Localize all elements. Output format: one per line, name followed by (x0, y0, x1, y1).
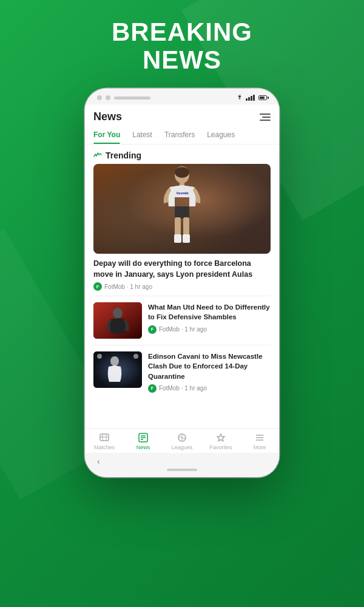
nav-matches[interactable]: Matches (85, 432, 124, 450)
svg-rect-4 (175, 217, 181, 236)
nav-news-label: News (136, 444, 150, 450)
trending-pulse-icon (93, 151, 102, 160)
svg-rect-6 (174, 234, 181, 243)
app-header: News (85, 104, 279, 123)
phone-cameras (97, 95, 150, 100)
featured-image-inner: Hyundai (93, 164, 271, 254)
filter-icon[interactable] (260, 114, 271, 121)
wifi-icon (236, 95, 243, 101)
source-name: FotMob (104, 283, 125, 290)
featured-source-text: FotMob · 1 hr ago (104, 283, 152, 290)
svg-marker-27 (217, 434, 224, 441)
fotmob-logo-2: F (148, 325, 157, 334)
leagues-icon (177, 432, 187, 443)
headline: BREAKING NEWS (112, 18, 252, 74)
bottom-navigation: Matches News Leagues (85, 428, 279, 453)
phone-bottom: ‹ (85, 453, 279, 477)
news-content: Trending (85, 144, 279, 428)
article-thumb-1 (93, 302, 142, 339)
featured-article-title[interactable]: Depay will do everything to force Barcel… (85, 254, 279, 282)
article-source-1: F FotMob · 1 hr ago (148, 325, 271, 334)
nav-more-label: More (254, 444, 266, 450)
article-row-2[interactable]: Edinson Cavani to Miss Newcastle Clash D… (85, 345, 279, 398)
article-thumb-2 (93, 351, 142, 388)
battery-icon (258, 95, 267, 100)
menu-line-3 (260, 120, 271, 121)
svg-rect-5 (183, 217, 189, 236)
status-bar (236, 95, 267, 101)
svg-point-11 (113, 308, 123, 319)
home-indicator[interactable] (167, 469, 197, 471)
source-time: 1 hr ago (130, 283, 152, 290)
trending-section-header: Trending (85, 144, 279, 164)
nav-favorites-label: Favorites (209, 444, 232, 450)
thumb-2-image (93, 351, 142, 388)
article-title-2: Edinson Cavani to Miss Newcastle Clash D… (148, 351, 271, 381)
favorites-icon (215, 432, 226, 443)
matches-icon (99, 432, 110, 443)
featured-source-line: F FotMob · 1 hr ago (85, 282, 279, 296)
tab-for-you[interactable]: For You (93, 128, 126, 144)
thumb-1-image (93, 302, 142, 339)
article-info-1: What Man Utd Need to Do Differently to F… (148, 302, 271, 333)
tab-leagues[interactable]: Leagues (201, 128, 241, 144)
tab-transfers[interactable]: Transfers (158, 128, 201, 144)
nav-more[interactable]: More (240, 432, 279, 450)
article-source-text-1: FotMob · 1 hr ago (159, 326, 207, 333)
nav-favorites[interactable]: Favorites (201, 432, 240, 450)
headline-line2: NEWS (112, 46, 252, 74)
app-screen: News For You Latest Transfers Leagues Tr… (85, 104, 279, 453)
tab-bar: For You Latest Transfers Leagues (85, 123, 279, 144)
headline-line1: BREAKING (112, 18, 252, 46)
featured-article-image[interactable]: Hyundai (93, 164, 271, 254)
nav-matches-label: Matches (94, 444, 115, 450)
svg-point-15 (97, 354, 102, 359)
nav-leagues[interactable]: Leagues (163, 432, 201, 450)
speaker-bar (114, 97, 150, 100)
svg-rect-7 (183, 234, 190, 243)
app-title: News (93, 110, 122, 123)
signal-icon (246, 95, 255, 101)
news-icon (138, 432, 149, 443)
article-source-text-2: FotMob · 1 hr ago (159, 385, 207, 392)
phone-mockup: News For You Latest Transfers Leagues Tr… (85, 89, 279, 477)
player-silhouette: Hyundai (158, 164, 206, 254)
more-icon (254, 432, 265, 443)
article-source-2: F FotMob · 1 hr ago (148, 384, 271, 393)
article-info-2: Edinson Cavani to Miss Newcastle Clash D… (148, 351, 271, 392)
tab-latest[interactable]: Latest (126, 128, 158, 144)
nav-news[interactable]: News (124, 432, 163, 450)
article-title-1: What Man Utd Need to Do Differently to F… (148, 302, 271, 322)
menu-line-1 (260, 114, 271, 115)
svg-point-16 (133, 354, 138, 359)
fotmob-logo: F (93, 282, 102, 291)
back-arrow-icon[interactable]: ‹ (85, 456, 100, 466)
svg-point-14 (110, 356, 119, 366)
menu-line-2 (262, 117, 271, 118)
svg-text:Hyundai: Hyundai (177, 191, 189, 195)
nav-leagues-label: Leagues (172, 444, 193, 450)
battery-fill (260, 97, 265, 99)
phone-top (85, 89, 279, 104)
fotmob-logo-3: F (148, 384, 157, 393)
trending-label: Trending (106, 151, 141, 160)
article-row-1[interactable]: What Man Utd Need to Do Differently to F… (85, 296, 279, 345)
svg-point-1 (175, 167, 189, 178)
camera-dot (97, 95, 102, 100)
camera-dot-2 (106, 95, 110, 100)
svg-rect-3 (175, 206, 189, 219)
